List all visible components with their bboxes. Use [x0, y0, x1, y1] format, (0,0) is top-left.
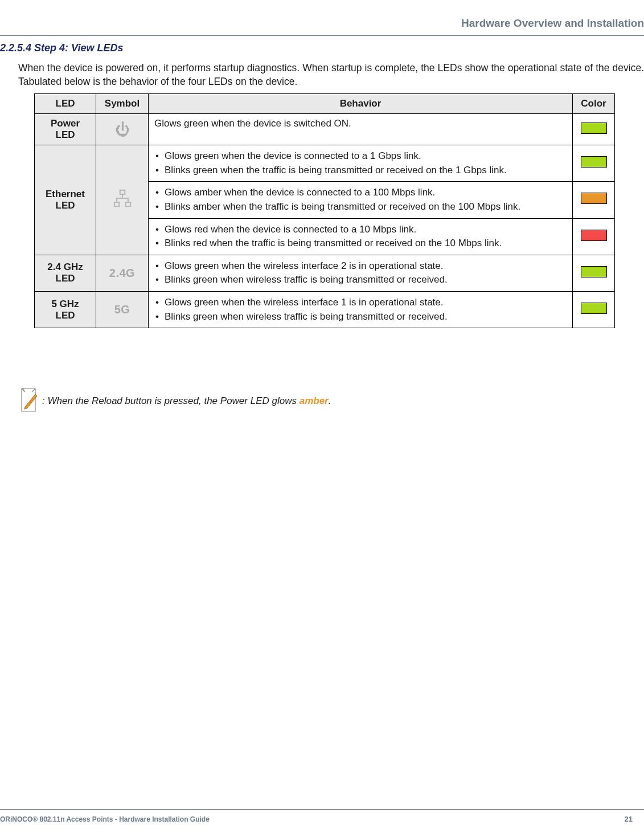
led-name-power: Power LED — [35, 114, 96, 145]
behavior-power: Glows green when the device is switched … — [149, 114, 573, 145]
behavior-eth-red: Glows red when the device is connected t… — [149, 218, 573, 255]
list-item: Glows amber when the device is connected… — [154, 186, 567, 200]
symbol-ethernet — [96, 145, 149, 255]
footer-page-number: 21 — [625, 815, 633, 823]
list-item: Blinks green when wireless traffic is be… — [154, 310, 567, 324]
row-5ghz: 5 GHz LED 5G Glows green when the wirele… — [35, 292, 615, 328]
footer-doc-title: ORiNOCO® 802.11n Access Points - Hardwar… — [0, 815, 210, 823]
note: : When the Reload button is pressed, the… — [18, 387, 331, 415]
ghz24-icon: 2.4G — [109, 267, 135, 279]
header-rule — [0, 35, 644, 36]
footer-rule — [0, 809, 644, 810]
list-item: Blinks green when wireless traffic is be… — [154, 273, 567, 287]
behavior-5ghz: Glows green when the wireless interface … — [149, 292, 573, 328]
ghz5-icon: 5G — [114, 303, 130, 316]
svg-rect-1 — [114, 203, 119, 207]
row-eth-green: Ethernet LED Glows green when the device… — [35, 145, 615, 182]
swatch-green — [581, 266, 607, 277]
led-table: LED Symbol Behavior Color Power LED ⏻ Gl… — [34, 93, 615, 328]
note-icon — [18, 387, 39, 415]
behavior-24ghz: Glows green when the wireless interface … — [149, 255, 573, 291]
list-item: Glows green when the device is connected… — [154, 149, 567, 164]
intro-paragraph: When the device is powered on, it perfor… — [18, 62, 644, 88]
running-header: Hardware Overview and Installation — [461, 17, 644, 30]
behavior-eth-green: Glows green when the device is connected… — [149, 145, 573, 182]
svg-rect-0 — [120, 190, 125, 194]
symbol-power: ⏻ — [96, 114, 149, 145]
row-power: Power LED ⏻ Glows green when the device … — [35, 114, 615, 145]
table-header-row: LED Symbol Behavior Color — [35, 94, 615, 114]
swatch-red — [581, 230, 607, 241]
th-led: LED — [35, 94, 96, 114]
swatch-green — [581, 156, 607, 168]
th-behavior: Behavior — [149, 94, 573, 114]
note-prefix: : When the Reload button is pressed, the… — [42, 395, 300, 406]
behavior-eth-amber: Glows amber when the device is connected… — [149, 182, 573, 218]
swatch-green — [581, 123, 607, 134]
list-item: Blinks green when the traffic is being t… — [154, 164, 567, 178]
color-5ghz — [573, 292, 615, 328]
led-name-24ghz: 2.4 GHz LED — [35, 255, 96, 291]
color-eth-red — [573, 218, 615, 255]
row-24ghz: 2.4 GHz LED 2.4G Glows green when the wi… — [35, 255, 615, 291]
list-item: Glows red when the device is connected t… — [154, 223, 567, 237]
note-amber-word: amber — [300, 395, 329, 406]
swatch-green — [581, 303, 607, 314]
power-icon: ⏻ — [115, 121, 130, 138]
color-eth-amber — [573, 182, 615, 218]
th-symbol: Symbol — [96, 94, 149, 114]
swatch-amber — [581, 193, 607, 204]
svg-rect-2 — [125, 203, 130, 207]
section-heading: 2.2.5.4 Step 4: View LEDs — [0, 42, 123, 54]
list-item: Blinks amber when the traffic is being t… — [154, 200, 567, 214]
led-name-ethernet: Ethernet LED — [35, 145, 96, 255]
th-color: Color — [573, 94, 615, 114]
list-item: Blinks red when the traffic is being tra… — [154, 236, 567, 251]
ethernet-icon — [113, 199, 132, 210]
color-power — [573, 114, 615, 145]
note-text: : When the Reload button is pressed, the… — [42, 395, 331, 407]
color-eth-green — [573, 145, 615, 182]
color-24ghz — [573, 255, 615, 291]
list-item: Glows green when the wireless interface … — [154, 296, 567, 310]
led-name-5ghz: 5 GHz LED — [35, 292, 96, 328]
symbol-5ghz: 5G — [96, 292, 149, 328]
list-item: Glows green when the wireless interface … — [154, 259, 567, 273]
symbol-24ghz: 2.4G — [96, 255, 149, 291]
note-suffix: . — [329, 395, 331, 406]
